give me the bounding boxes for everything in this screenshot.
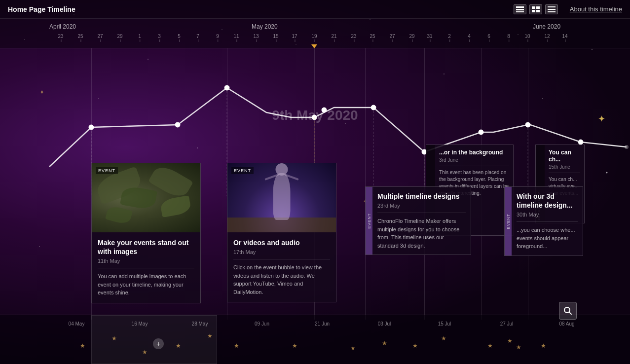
svg-rect-0 bbox=[516, 6, 524, 8]
svg-rect-9 bbox=[548, 11, 556, 12]
view-controls bbox=[514, 4, 558, 14]
star-marker-11: ★ bbox=[487, 342, 493, 349]
svg-rect-8 bbox=[548, 9, 556, 10]
svg-rect-6 bbox=[536, 10, 540, 12]
star-marker-6: ★ bbox=[292, 342, 297, 349]
svg-point-19 bbox=[578, 140, 583, 145]
day-tick-7: 7 bbox=[196, 34, 199, 39]
bottom-date-09-Jun: 09 Jun bbox=[255, 321, 269, 327]
event-card-4-title: With our 3d timeline design... bbox=[517, 192, 578, 210]
day-tick-29: 29 bbox=[117, 34, 122, 39]
search-button[interactable] bbox=[559, 302, 577, 320]
month-label-april: April 2020 bbox=[49, 23, 76, 30]
day-tick-1: 1 bbox=[138, 34, 141, 39]
event-card-1[interactable]: EVENT Make your events stand out with im… bbox=[91, 163, 201, 303]
expand-button[interactable]: + bbox=[153, 338, 164, 349]
day-tick-15: 15 bbox=[273, 34, 278, 39]
svg-rect-7 bbox=[548, 6, 556, 7]
star-marker-1: ★ bbox=[111, 335, 117, 342]
side-event-date-1: 3rd June bbox=[439, 157, 509, 166]
event-card-2-body: Or videos and audio 17th May Click on th… bbox=[227, 232, 336, 302]
month-label-may: May 2020 bbox=[252, 23, 278, 30]
bottom-date-27-Jul: 27 Jul bbox=[500, 321, 514, 327]
svg-rect-5 bbox=[532, 10, 535, 12]
day-tick-5: 5 bbox=[178, 34, 181, 39]
day-tick-17: 17 bbox=[292, 34, 297, 39]
event-card-4-date: 30th May bbox=[517, 212, 578, 222]
event-card-1-date: 11th May bbox=[98, 258, 194, 268]
medium-view-button[interactable] bbox=[529, 4, 542, 14]
day-tick-10: 10 bbox=[524, 34, 530, 39]
event-card-1-image: EVENT bbox=[92, 163, 200, 232]
compact-view-button[interactable] bbox=[514, 4, 526, 14]
event-card-1-body: Make your events stand out with images 1… bbox=[92, 232, 200, 303]
svg-rect-1 bbox=[516, 9, 524, 10]
svg-point-14 bbox=[322, 108, 327, 112]
bottom-date-04-May: 04 May bbox=[69, 321, 85, 327]
event-card-2[interactable]: EVENT Or videos and audio 17th May Click… bbox=[227, 163, 336, 302]
event-badge-2: EVENT bbox=[231, 167, 254, 174]
day-tick-27: 27 bbox=[389, 34, 395, 39]
event-card-2-image: EVENT bbox=[227, 163, 336, 232]
day-tick-23: 23 bbox=[58, 34, 63, 39]
day-tick-23: 23 bbox=[351, 34, 356, 39]
header: Home Page Timeline About this timeline bbox=[0, 0, 630, 19]
star-marker-3: ★ bbox=[176, 342, 181, 349]
event-card-1-desc: You can add multiple images to each even… bbox=[98, 272, 194, 297]
event-card-3-body: Multiple timeline designs 23rd May Chron… bbox=[372, 187, 471, 255]
event-card-2-title: Or videos and audio bbox=[233, 238, 330, 247]
star-marker-12: ★ bbox=[507, 337, 513, 344]
event-card-4-body: With our 3d timeline design... 30th May … bbox=[512, 187, 583, 255]
event-card-4-desc: ...you can choose whe... events should a… bbox=[517, 226, 578, 251]
svg-rect-4 bbox=[536, 6, 540, 9]
star-marker-13: ★ bbox=[516, 344, 521, 351]
event-card-3-desc: ChronoFlo Timeline Maker offers multiple… bbox=[377, 217, 466, 250]
search-icon bbox=[563, 306, 572, 315]
list-view-button[interactable] bbox=[545, 4, 558, 14]
day-tick-21: 21 bbox=[331, 34, 336, 39]
day-tick-27: 27 bbox=[97, 34, 103, 39]
day-tick-2: 2 bbox=[448, 34, 451, 39]
event-card-3[interactable]: EVENT Multiple timeline designs 23rd May… bbox=[365, 186, 471, 255]
bottom-date-21-Jun: 21 Jun bbox=[315, 321, 330, 327]
page-title: Home Page Timeline bbox=[8, 5, 514, 13]
star-marker-2: ★ bbox=[142, 349, 148, 356]
svg-rect-2 bbox=[516, 11, 524, 12]
day-tick-13: 13 bbox=[253, 34, 259, 39]
day-tick-31: 31 bbox=[427, 34, 432, 39]
star-marker-9: ★ bbox=[412, 342, 418, 349]
svg-rect-3 bbox=[532, 6, 535, 9]
about-timeline-link[interactable]: About this timeline bbox=[570, 5, 622, 13]
star-marker-8: ★ bbox=[382, 340, 387, 347]
day-tick-12: 12 bbox=[544, 34, 550, 39]
day-tick-11: 11 bbox=[233, 34, 239, 39]
star-marker-4: ★ bbox=[207, 332, 213, 339]
day-tick-9: 9 bbox=[216, 34, 219, 39]
event-card-4[interactable]: EVENT With our 3d timeline design... 30t… bbox=[504, 186, 583, 256]
bottom-date-28-May: 28 May bbox=[192, 321, 208, 327]
event-card-1-title: Make your events stand out with images bbox=[98, 238, 194, 256]
day-tick-4: 4 bbox=[468, 34, 471, 39]
star-marker-7: ★ bbox=[350, 345, 356, 352]
star-marker-10: ★ bbox=[441, 335, 446, 342]
event-badge-4: EVENT bbox=[506, 214, 511, 229]
event-card-3-title: Multiple timeline designs bbox=[377, 192, 466, 201]
star-marker-14: ★ bbox=[541, 342, 546, 349]
svg-line-28 bbox=[569, 312, 572, 315]
bottom-date-08-Aug: 08 Aug bbox=[559, 321, 574, 327]
svg-point-17 bbox=[479, 130, 483, 135]
timeline-ruler: April 2020 May 2020 June 2020 2325272913… bbox=[0, 19, 630, 48]
month-label-june: June 2020 bbox=[533, 23, 560, 30]
bottom-date-03-Jul: 03 Jul bbox=[378, 321, 391, 327]
event-card-2-date: 17th May bbox=[233, 249, 330, 259]
side-event-title-2: You can ch... bbox=[549, 149, 580, 163]
star-marker-0: ★ bbox=[80, 342, 85, 349]
side-event-title-1: ...or in the background bbox=[439, 149, 509, 156]
current-date-arrow bbox=[311, 44, 317, 48]
day-tick-14: 14 bbox=[562, 34, 567, 39]
day-tick-3: 3 bbox=[158, 34, 161, 39]
day-tick-29: 29 bbox=[409, 34, 414, 39]
bottom-date-15-Jul: 15 Jul bbox=[438, 321, 451, 327]
event-card-3-date: 23rd May bbox=[377, 203, 466, 213]
month-labels: April 2020 May 2020 June 2020 bbox=[0, 22, 630, 32]
